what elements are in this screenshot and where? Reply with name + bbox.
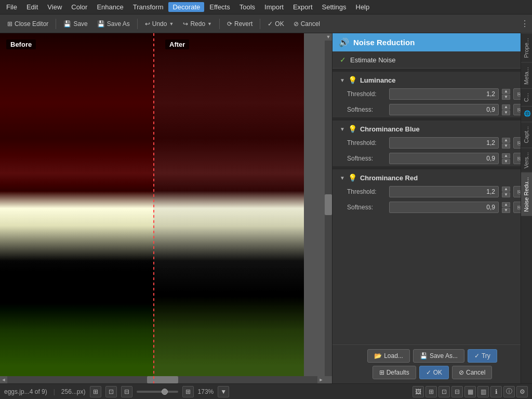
menu-color[interactable]: Color (67, 2, 91, 12)
split-divider[interactable] (153, 33, 154, 383)
close-editor-icon: ⊞ (7, 20, 12, 28)
redo-dropdown-icon[interactable]: ▼ (207, 21, 212, 26)
menu-enhance[interactable]: Enhance (92, 2, 127, 12)
cancel-button[interactable]: ⊘ Cancel (289, 18, 324, 30)
luminance-threshold-up[interactable]: ▲ (502, 89, 510, 94)
menu-help[interactable]: Help (352, 2, 374, 12)
save-button[interactable]: 💾 Save (59, 18, 91, 30)
try-icon: ✓ (474, 352, 480, 360)
revert-button[interactable]: ⟳ Revert (223, 18, 257, 30)
defaults-button[interactable]: ⊞ Defaults (373, 366, 416, 379)
side-tab-noise[interactable]: Noise Redu... (521, 172, 532, 216)
menu-decorate[interactable]: Decorate (168, 2, 204, 12)
undo-button[interactable]: ↩ Undo ▼ (141, 18, 178, 30)
menu-file[interactable]: File (2, 2, 21, 12)
save-as-button[interactable]: 💾 Save As (93, 18, 134, 30)
chrom-blue-softness-down[interactable]: ▼ (502, 159, 510, 164)
chrom-blue-threshold-label: Threshold: (347, 139, 386, 147)
chrom-red-softness-spinner[interactable]: ▲ ▼ (502, 202, 510, 213)
chrom-blue-threshold-down[interactable]: ▼ (502, 143, 510, 149)
zoom-thumb[interactable] (162, 389, 168, 395)
panel-ok-button[interactable]: ✓ OK (419, 366, 449, 379)
toolbar-more-icon[interactable]: ⋮ (521, 19, 529, 28)
redo-button[interactable]: ↪ Redo ▼ (179, 18, 216, 30)
menu-import[interactable]: Import (260, 2, 288, 12)
main-area: Before After ▲ ▼ ◄ ► 🔊 Noise Reduction (0, 33, 532, 383)
chrom-red-softness-down[interactable]: ▼ (502, 208, 510, 213)
side-tab-properties[interactable]: Prope... (521, 33, 532, 62)
vertical-scrollbar[interactable]: ▲ ▼ (325, 33, 332, 376)
close-editor-button[interactable]: ⊞ Close Editor (3, 18, 52, 30)
scroll-down-arrow[interactable]: ▼ (325, 33, 332, 41)
view-mode-2[interactable]: ⊞ (425, 386, 437, 397)
chrom-red-collapse-icon[interactable]: ▼ (340, 175, 345, 181)
menu-export[interactable]: Export (289, 2, 317, 12)
toolbar: ⊞ Close Editor 💾 Save 💾 Save As ↩ Undo ▼… (0, 15, 532, 33)
ok-icon: ✓ (268, 20, 273, 28)
resize-icon-3[interactable]: ⊟ (121, 386, 132, 397)
undo-dropdown-icon[interactable]: ▼ (169, 21, 174, 26)
try-button[interactable]: ✓ Try (468, 349, 497, 363)
zoom-slider[interactable] (137, 391, 178, 393)
load-button[interactable]: 📂 Load... (367, 349, 410, 363)
noise-panel: ✓ Estimate Noise ▼ 💡 Luminance Threshold… (332, 51, 532, 344)
chrom-red-softness-up[interactable]: ▲ (502, 202, 510, 207)
side-tab-c[interactable]: C... (521, 88, 532, 106)
estimate-noise-check[interactable]: ✓ (340, 56, 346, 64)
chrom-red-threshold-spinner[interactable]: ▲ ▼ (502, 187, 510, 197)
menu-tools[interactable]: Tools (235, 2, 259, 12)
chrom-blue-softness-input[interactable] (389, 153, 499, 164)
side-tab-meta[interactable]: Meta... (521, 62, 532, 89)
resize-icon-2[interactable]: ⊡ (105, 386, 117, 397)
chrom-red-threshold-input[interactable] (389, 186, 499, 197)
luminance-threshold-spinner[interactable]: ▲ ▼ (502, 89, 510, 100)
chrom-blue-threshold-spinner[interactable]: ▲ ▼ (502, 138, 510, 149)
luminance-threshold-down[interactable]: ▼ (502, 95, 510, 100)
luminance-softness-up[interactable]: ▲ (502, 104, 510, 110)
panel-cancel-button[interactable]: ⊘ Cancel (452, 366, 492, 379)
before-image (0, 33, 153, 383)
chrom-blue-softness-label: Softness: (347, 155, 386, 162)
save-as-preset-button[interactable]: 💾 Save As... (413, 349, 464, 363)
view-mode-5[interactable]: ▦ (464, 386, 476, 397)
horizontal-scrollbar[interactable]: ◄ ► (0, 376, 325, 383)
info-button[interactable]: ℹ (490, 386, 502, 397)
chrom-blue-threshold-input[interactable] (389, 137, 499, 149)
luminance-softness-down[interactable]: ▼ (502, 110, 510, 115)
chrom-blue-softness-spinner[interactable]: ▲ ▼ (502, 153, 510, 164)
ok-button[interactable]: ✓ OK (263, 18, 288, 30)
toolbar-separator-2 (137, 19, 138, 29)
zoom-fit-icon[interactable]: ⊞ (182, 386, 194, 397)
luminance-softness-spinner[interactable]: ▲ ▼ (502, 104, 510, 115)
toolbar-separator-3 (219, 19, 220, 29)
view-mode-4[interactable]: ⊟ (451, 386, 463, 397)
luminance-softness-input[interactable] (389, 104, 499, 115)
menu-edit[interactable]: Edit (22, 2, 42, 12)
side-tab-versions[interactable]: Vers... (521, 148, 532, 172)
side-tab-globe[interactable]: 🌐 (521, 106, 532, 122)
settings-button[interactable]: ⚙ (516, 386, 528, 397)
canvas-area[interactable]: Before After ▲ ▼ ◄ ► (0, 33, 332, 383)
luminance-collapse-icon[interactable]: ▼ (340, 77, 345, 83)
chrom-red-threshold-down[interactable]: ▼ (502, 192, 510, 197)
view-mode-1[interactable]: 🖼 (413, 386, 424, 397)
chrom-red-threshold-up[interactable]: ▲ (502, 187, 510, 192)
luminance-threshold-input[interactable] (389, 88, 499, 100)
chrom-blue-threshold-up[interactable]: ▲ (502, 138, 510, 143)
view-mode-6[interactable]: ▥ (477, 386, 489, 397)
chrom-blue-collapse-icon[interactable]: ▼ (340, 126, 345, 132)
side-tab-caption[interactable]: Capt... (521, 122, 532, 147)
save-icon: 💾 (63, 20, 71, 28)
menu-transform[interactable]: Transform (129, 2, 168, 12)
toolbar-separator-4 (260, 19, 260, 29)
chrom-blue-softness-up[interactable]: ▲ (502, 153, 510, 158)
resize-icon-1[interactable]: ⊞ (90, 386, 101, 397)
chrom-red-softness-input[interactable] (389, 202, 499, 213)
menu-effects[interactable]: Effects (205, 2, 234, 12)
menu-settings[interactable]: Settings (318, 2, 351, 12)
zoom-dropdown-icon[interactable]: ▼ (218, 386, 229, 397)
panel-ok-icon: ✓ (426, 369, 431, 376)
menu-view[interactable]: View (43, 2, 66, 12)
info-button-2[interactable]: ⓘ (503, 386, 515, 397)
view-mode-3[interactable]: ⊡ (438, 386, 450, 397)
